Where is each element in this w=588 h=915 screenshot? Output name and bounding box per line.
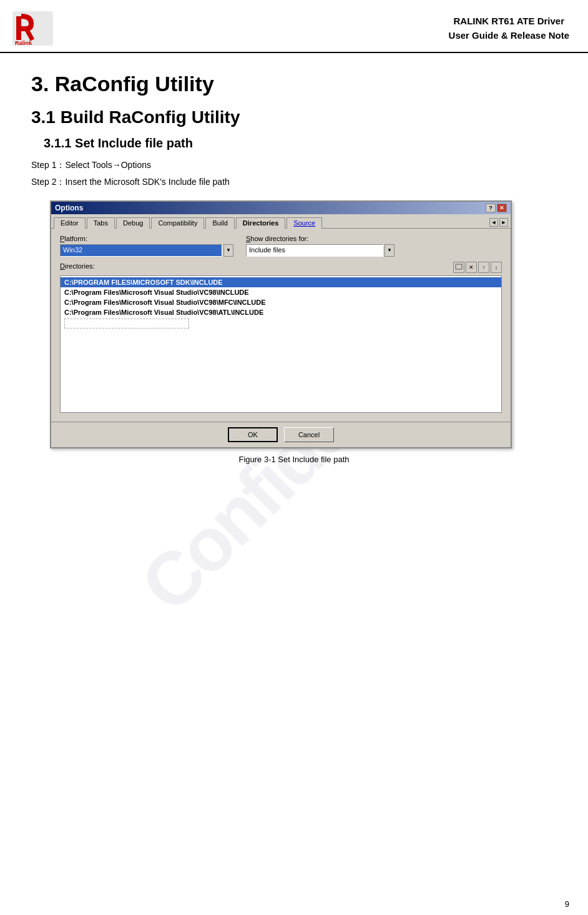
cancel-button[interactable]: Cancel — [284, 427, 334, 442]
platform-input-row: Win32 ▼ — [60, 244, 233, 257]
dialog-tabs: Editor Tabs Debug Compatibility Build Di… — [51, 214, 511, 229]
tab-scroll-left[interactable]: ◄ — [489, 218, 498, 227]
new-folder-button[interactable] — [453, 262, 464, 273]
tab-compatibility[interactable]: Compatibility — [151, 217, 204, 229]
platform-input[interactable]: Win32 — [60, 244, 222, 257]
tab-build[interactable]: Build — [205, 217, 234, 229]
page-header: Ralink RALINK RT61 ATE Driver User Guide… — [0, 0, 588, 53]
logo: Ralink — [12, 11, 57, 46]
tabs-arrows: ◄ ► — [489, 217, 508, 228]
page-number: 9 — [565, 899, 569, 909]
platform-label: Platform: — [60, 235, 233, 242]
directories-label: Directories: — [60, 262, 95, 270]
section311-title: 3.1.1 Set Include file path — [31, 136, 557, 151]
svg-rect-1 — [16, 16, 21, 40]
delete-button[interactable]: ✕ — [466, 262, 477, 273]
show-dirs-group: Show directories for: Include files ▼ — [246, 235, 394, 257]
dir-icons: ✕ ↑ ↓ — [453, 262, 502, 273]
tab-directories[interactable]: Directories — [236, 217, 285, 229]
step1-text: Step 1：Select Tools→Options — [31, 158, 557, 172]
section31-title: 3.1 Build RaConfig Utility — [31, 107, 557, 127]
dir-list: C:\PROGRAM FILES\MICROSOFT SDK\INCLUDE C… — [60, 275, 502, 413]
tab-tabs[interactable]: Tabs — [87, 217, 115, 229]
tab-source[interactable]: Source — [287, 217, 322, 229]
dir-item-1[interactable]: C:\Program Files\Microsoft Visual Studio… — [61, 287, 501, 297]
svg-rect-5 — [456, 264, 458, 265]
figure-caption: Figure 3-1 Set Include file path — [31, 455, 557, 464]
tab-debug[interactable]: Debug — [116, 217, 150, 229]
move-up-button[interactable]: ↑ — [478, 262, 489, 273]
tab-scroll-right[interactable]: ► — [499, 218, 508, 227]
show-dirs-input-row: Include files ▼ — [246, 244, 394, 257]
dialog-footer: OK Cancel — [51, 422, 511, 447]
tab-editor[interactable]: Editor — [54, 217, 86, 229]
show-dirs-dropdown[interactable]: ▼ — [385, 244, 394, 257]
ralink-logo-icon: Ralink — [12, 11, 53, 46]
dir-item-3[interactable]: C:\Program Files\Microsoft Visual Studio… — [61, 307, 501, 317]
show-dirs-label: Show directories for: — [246, 235, 394, 242]
main-content: 3. RaConfig Utility 3.1 Build RaConfig U… — [0, 53, 588, 489]
section3-title: 3. RaConfig Utility — [31, 72, 557, 96]
dir-item-2[interactable]: C:\Program Files\Microsoft Visual Studio… — [61, 297, 501, 307]
close-button[interactable]: ✕ — [497, 204, 507, 212]
dialog-body: Platform: Win32 ▼ Show directories for: … — [51, 229, 511, 422]
dialog-title: Options — [55, 204, 83, 212]
titlebar-buttons: ? ✕ — [486, 204, 507, 212]
move-down-button[interactable]: ↓ — [491, 262, 502, 273]
show-dirs-input[interactable]: Include files — [246, 244, 383, 257]
header-title: RALINK RT61 ATE Driver User Guide & Rele… — [449, 11, 569, 42]
svg-text:Ralink: Ralink — [15, 40, 32, 46]
platform-group: Platform: Win32 ▼ — [60, 235, 233, 257]
help-button[interactable]: ? — [486, 204, 496, 212]
dir-item-0[interactable]: C:\PROGRAM FILES\MICROSOFT SDK\INCLUDE — [61, 277, 501, 287]
platform-dropdown[interactable]: ▼ — [223, 244, 233, 257]
dialog-screenshot: Options ? ✕ Editor Tabs Debug Compatibil… — [50, 200, 557, 448]
options-dialog: Options ? ✕ Editor Tabs Debug Compatibil… — [50, 200, 512, 448]
directories-label-row: Directories: ✕ ↑ ↓ — [60, 262, 502, 273]
dialog-titlebar: Options ? ✕ — [51, 202, 511, 214]
ok-button[interactable]: OK — [228, 427, 278, 442]
platform-row: Platform: Win32 ▼ Show directories for: … — [60, 235, 502, 257]
step2-text: Step 2：Insert the Microsoft SDK's Includ… — [31, 175, 557, 189]
dir-new-input[interactable] — [64, 319, 189, 329]
